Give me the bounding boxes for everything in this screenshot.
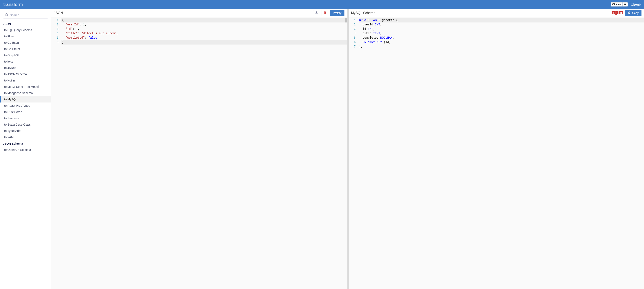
github-stars-badge[interactable]: Stars 2k (611, 2, 628, 7)
github-stars-count: 2k (622, 2, 628, 7)
search-icon (5, 14, 8, 17)
sidebar-item[interactable]: to JSDoc (0, 65, 51, 71)
sidebar-item[interactable]: to Sarcastic (0, 115, 51, 121)
sidebar-item[interactable]: to OpenAPI Schema (0, 147, 51, 153)
output-pane-title: MySQL Schema (351, 11, 610, 15)
search-input[interactable] (10, 14, 46, 17)
sidebar-item[interactable]: to Go Struct (0, 46, 51, 52)
upload-button[interactable] (313, 10, 320, 16)
sidebar-item[interactable]: to React PropTypes (0, 103, 51, 109)
sidebar-item[interactable]: to Mongoose Schema (0, 90, 51, 96)
output-code[interactable]: CREATE TABLE generic ( userId INT, id IN… (359, 17, 644, 289)
copy-icon (628, 11, 631, 15)
sidebar-item[interactable]: to YAML (0, 134, 51, 140)
sidebar-item[interactable]: to GraphQL (0, 52, 51, 58)
trash-icon (324, 11, 326, 15)
sidebar-item[interactable]: to TypeScript (0, 128, 51, 134)
output-pane: MySQL Schema Copy 1234567 CREATE TABLE g… (349, 9, 644, 289)
input-pane-title: JSON (54, 11, 312, 15)
input-pane: JSON Prettify (52, 9, 349, 289)
sidebar-item[interactable]: to Scala Case Class (0, 121, 51, 128)
input-editor[interactable]: 123456 { "userId": 1, "id": 1, "title": … (52, 17, 347, 289)
output-gutter: 1234567 (349, 17, 359, 289)
upload-icon (315, 11, 318, 15)
sidebar-item[interactable]: to Go Bson (0, 40, 51, 46)
input-code[interactable]: { "userId": 1, "id": 1, "title": "delect… (62, 17, 347, 289)
top-header: transform Stars 2k GitHub (0, 0, 644, 9)
sidebar-item[interactable]: to io-ts (0, 58, 51, 65)
copy-button[interactable]: Copy (625, 10, 642, 16)
clear-button[interactable] (322, 10, 328, 16)
output-editor[interactable]: 1234567 CREATE TABLE generic ( userId IN… (349, 17, 644, 289)
prettify-button[interactable]: Prettify (330, 10, 344, 16)
input-gutter: 123456 (52, 17, 62, 289)
brand-logo[interactable]: transform (3, 2, 23, 7)
sidebar-item[interactable]: to MySQL (0, 96, 51, 103)
sidebar-item[interactable]: to Rust Serde (0, 109, 51, 115)
sidebar: JSONto Big Query Schemato Flowto Go Bson… (0, 9, 52, 289)
nav-section-title: JSON Schema (0, 140, 51, 147)
sidebar-item[interactable]: to JSON Schema (0, 71, 51, 77)
nav-section-title: JSON (0, 21, 51, 27)
sidebar-item[interactable]: to Big Query Schema (0, 27, 51, 33)
github-stars-label: Stars (616, 3, 621, 6)
search-input-wrapper[interactable] (3, 12, 48, 19)
minimap-marker (345, 18, 347, 23)
sidebar-item[interactable]: to MobX-State-Tree Model (0, 84, 51, 90)
github-link[interactable]: GitHub (631, 3, 641, 6)
sidebar-item[interactable]: to Flow (0, 33, 51, 40)
sidebar-item[interactable]: to Kotlin (0, 77, 51, 84)
npm-icon[interactable] (612, 11, 622, 15)
github-mark-icon (612, 3, 615, 6)
